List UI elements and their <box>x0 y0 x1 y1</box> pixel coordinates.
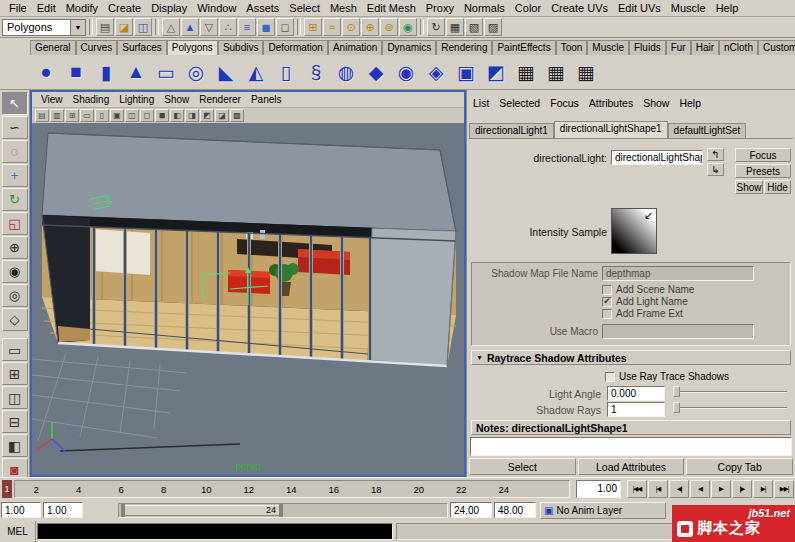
raytrace-section-header[interactable]: ▼ Raytrace Shadow Attributes <box>471 350 791 365</box>
add-light-name-checkbox[interactable]: ✔ Add Light Name <box>602 296 688 307</box>
viewport-canvas[interactable]: persp <box>32 123 464 475</box>
presets-button[interactable]: Presets <box>735 164 791 178</box>
attribute-editor-menu-item[interactable]: Focus <box>550 97 589 109</box>
shelf-tab[interactable]: Curves <box>76 40 118 55</box>
status-divider[interactable] <box>89 19 93 35</box>
open-scene-icon[interactable]: ◪ <box>115 18 133 36</box>
viewport-menu-item[interactable]: Renderer <box>194 94 246 105</box>
menubar-item[interactable]: File <box>4 1 32 15</box>
menubar-item[interactable]: Proxy <box>421 1 459 15</box>
light-angle-slider[interactable] <box>673 386 787 398</box>
add-scene-name-checkbox[interactable]: Add Scene Name <box>602 284 694 295</box>
select-object-icon[interactable]: ▲ <box>181 18 199 36</box>
ipr-render-icon[interactable]: ▧ <box>465 18 483 36</box>
pin-tab-icon[interactable]: ↰ <box>707 148 724 161</box>
select-tool-icon[interactable]: ↖ <box>2 92 28 115</box>
current-time-field[interactable]: 1.00 <box>576 480 621 498</box>
load-attributes-button[interactable]: Load Attributes <box>578 458 685 475</box>
list-history-icon[interactable]: ↳ <box>707 163 724 176</box>
shelf-tab[interactable]: General <box>30 40 76 55</box>
animation-end-field[interactable]: 48.00 <box>494 502 536 518</box>
shelf-tab[interactable]: Dynamics <box>382 40 436 55</box>
attribute-editor-tab[interactable]: directionalLight1 <box>469 123 554 138</box>
poly-sphere-icon[interactable]: ● <box>32 58 60 86</box>
use-macro-field[interactable] <box>602 324 754 339</box>
shelf-tab[interactable]: Toon <box>556 40 588 55</box>
playback-start-field[interactable]: 1.00 <box>43 502 83 518</box>
menubar-item[interactable]: Muscle <box>666 1 711 15</box>
hide-button[interactable]: Hide <box>764 180 791 194</box>
universal-manipulator-icon[interactable]: ⊕ <box>2 236 28 259</box>
shelf-tab[interactable]: Polygons <box>167 40 218 55</box>
poly-helix-icon[interactable]: § <box>302 58 330 86</box>
lasso-tool-icon[interactable]: ∽ <box>2 116 28 139</box>
poly-cone-icon[interactable]: ▲ <box>122 58 150 86</box>
film-gate-icon[interactable]: ▭ <box>80 109 94 122</box>
menubar-item[interactable]: Create <box>103 1 146 15</box>
step-forward-frame-button[interactable]: ▶| <box>753 480 773 498</box>
menubar-item[interactable]: Edit UVs <box>613 1 666 15</box>
checker-sphere-icon[interactable]: ▦ <box>512 58 540 86</box>
menubar-item[interactable]: Select <box>284 1 325 15</box>
attribute-editor-menu-item[interactable]: Help <box>679 97 711 109</box>
select-hulls-mask-icon[interactable]: ◻ <box>276 18 294 36</box>
hypershade-persp-layout-icon[interactable]: ◙ <box>2 458 28 477</box>
soft-mod-tool-icon[interactable]: ◉ <box>2 260 28 283</box>
attribute-editor-menu-item[interactable]: List <box>473 97 499 109</box>
show-manipulator-icon[interactable]: ◎ <box>2 284 28 307</box>
menubar-item[interactable]: Edit <box>32 1 61 15</box>
select-faces-mask-icon[interactable]: ◼ <box>257 18 275 36</box>
paint-select-tool-icon[interactable]: ◌ <box>2 140 28 163</box>
menubar-item[interactable]: Create UVs <box>546 1 613 15</box>
render-current-frame-icon[interactable]: ▦ <box>446 18 464 36</box>
save-scene-icon[interactable]: ◫ <box>134 18 152 36</box>
light-angle-field[interactable]: 0.000 <box>607 386 665 401</box>
shelf-tab[interactable]: nCloth <box>719 40 758 55</box>
select-hierarchy-icon[interactable]: △ <box>162 18 180 36</box>
play-backward-button[interactable]: ◀ <box>690 480 710 498</box>
gate-mask-icon[interactable]: ▣ <box>110 109 124 122</box>
resolution-gate-icon[interactable]: ▯ <box>95 109 109 122</box>
shelf-tab[interactable]: Fluids <box>629 40 666 55</box>
playback-end-field[interactable]: 24.00 <box>450 502 492 518</box>
last-tool-icon[interactable]: ◇ <box>2 308 28 331</box>
menubar-item[interactable]: Display <box>146 1 192 15</box>
focus-button[interactable]: Focus <box>735 148 791 162</box>
rotate-tool-icon[interactable]: ↻ <box>2 188 28 211</box>
combine-mesh-icon[interactable]: ◈ <box>422 58 450 86</box>
poly-prism-icon[interactable]: ◣ <box>212 58 240 86</box>
shelf-tab[interactable]: Muscle <box>587 40 629 55</box>
menubar-item[interactable]: Normals <box>459 1 510 15</box>
shelf-tab[interactable]: Surfaces <box>117 40 166 55</box>
animation-start-field[interactable]: 1.00 <box>1 502 41 518</box>
outliner-persp-layout-icon[interactable]: ◧ <box>2 434 28 457</box>
snap-view-icon[interactable]: ⊕ <box>361 18 379 36</box>
shelf-tab[interactable]: Subdivs <box>218 40 264 55</box>
shadow-rays-field[interactable]: 1 <box>607 402 665 417</box>
checker-sphere-icon[interactable]: ▦ <box>542 58 570 86</box>
go-to-start-button[interactable]: |◀◀ <box>627 480 647 498</box>
make-live-icon[interactable]: ◉ <box>399 18 417 36</box>
poly-soccerball-icon[interactable]: ◍ <box>332 58 360 86</box>
two-pane-side-layout-icon[interactable]: ◫ <box>2 386 28 409</box>
shelf-tab[interactable]: Animation <box>328 40 382 55</box>
time-slider-strip[interactable]: 24681012141618202224 <box>14 480 570 498</box>
command-input[interactable] <box>37 523 393 540</box>
checker-sphere-icon[interactable]: ▦ <box>572 58 600 86</box>
select-component-icon[interactable]: ▽ <box>200 18 218 36</box>
notes-textarea[interactable] <box>470 437 792 456</box>
shelf-tab[interactable]: Rendering <box>436 40 492 55</box>
viewport-menu-item[interactable]: View <box>36 94 68 105</box>
construction-history-icon[interactable]: ↻ <box>427 18 445 36</box>
extrude-icon[interactable]: ▣ <box>452 58 480 86</box>
poly-pipe-icon[interactable]: ▯ <box>272 58 300 86</box>
go-to-end-button[interactable]: ▶▶| <box>774 480 794 498</box>
grid-toggle-icon[interactable]: ⊞ <box>65 109 79 122</box>
shadow-rays-slider[interactable] <box>673 402 787 414</box>
shadow-map-file-field[interactable]: depthmap <box>602 266 754 281</box>
command-language-toggle[interactable]: MEL <box>0 521 36 542</box>
current-frame-marker[interactable]: 1 <box>2 480 12 498</box>
poly-pyramid-icon[interactable]: ◭ <box>242 58 270 86</box>
copy-tab-button[interactable]: Copy Tab <box>686 458 793 475</box>
field-chart-icon[interactable]: ◫ <box>125 109 139 122</box>
